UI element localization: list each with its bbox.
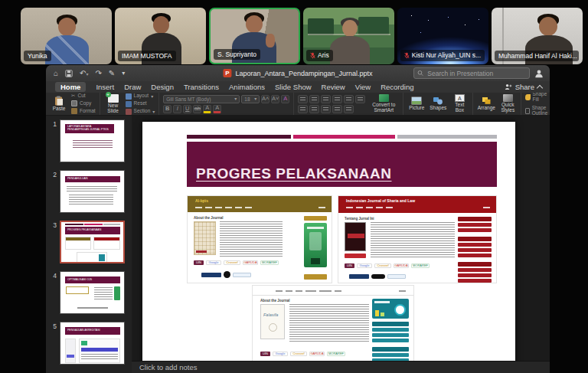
align-left-button[interactable] [298, 105, 308, 113]
slide-thumbnail-5[interactable]: PENGAJUAN AKREDITASI [60, 322, 125, 365]
clear-formatting-button[interactable]: A [281, 95, 289, 103]
new-slide-label: New Slide [104, 103, 122, 114]
tab-design[interactable]: Design [151, 83, 174, 91]
increase-indent-button[interactable] [332, 95, 342, 103]
indexing-logos-2 [349, 274, 406, 279]
screenshot-sharia-law-journal[interactable]: Indonesian Journal of Sharia and Law Ten… [338, 195, 497, 283]
thumbnail-row-3: 3 PROGRES PELAKSANAAN [46, 221, 132, 263]
indexing-logos-2 [201, 271, 251, 278]
slide-thumbnail-2[interactable]: PENDAHULUAN [60, 170, 125, 213]
thumb-title: LAPORAN ANTARA PENDAMPINGAN JURNAL PTKIS [67, 126, 112, 132]
picture-button[interactable]: Picture [407, 97, 426, 111]
tab-home[interactable]: Home [55, 82, 86, 93]
new-slide-button[interactable]: + New Slide [104, 94, 122, 114]
slide-thumbnail-3-selected[interactable]: PROGRES PELAKSANAAN [60, 221, 125, 263]
convert-smartart-button[interactable]: Convert to SmartArt [368, 94, 399, 113]
numbering-button[interactable] [309, 95, 319, 103]
text-direction-button[interactable] [355, 95, 365, 103]
save-icon[interactable] [65, 70, 73, 77]
home-icon[interactable]: ⌂ [54, 70, 58, 77]
tab-draw[interactable]: Draw [124, 83, 141, 91]
align-right-button[interactable] [321, 105, 331, 113]
search-box[interactable] [413, 67, 530, 79]
tab-view[interactable]: View [355, 83, 371, 91]
current-slide[interactable]: PROGRES PELAKSANAAN Al-Iqtis About the J… [142, 122, 515, 373]
decrease-font-button[interactable]: A˅ [271, 95, 279, 103]
quick-styles-button[interactable]: Quick Styles [498, 94, 517, 113]
reset-icon [126, 101, 132, 107]
tab-recording[interactable]: Recording [381, 83, 413, 91]
sinta-logo [224, 271, 230, 278]
format-painter-button[interactable]: Format [71, 108, 96, 114]
shape-fill-button[interactable]: Shape Fill▾ [525, 92, 550, 102]
redo-icon[interactable]: ↷ [95, 70, 101, 77]
sinta-logo [371, 274, 385, 279]
section-button[interactable]: Section▾ [126, 109, 155, 115]
video-tile-aris[interactable]: Aris [303, 8, 394, 64]
video-tile-s-supriyanto[interactable]: S. Supriyanto [209, 8, 300, 64]
share-button[interactable]: Share [505, 83, 542, 91]
justify-button[interactable] [332, 105, 342, 113]
participant-figure [58, 18, 76, 36]
video-tile-kisti[interactable]: Kisti Nur Aliyah_UIN s... [397, 8, 488, 64]
ribbon-tabs: Home Insert Draw Design Transitions Anim… [46, 81, 550, 93]
reset-button[interactable]: Reset [126, 101, 155, 107]
shape-outline-button[interactable]: Shape Outline▾ [525, 106, 550, 116]
text-box-button[interactable]: A Text Box [450, 94, 469, 113]
highlight-color-button[interactable]: A [203, 105, 211, 113]
align-center-button[interactable] [309, 105, 319, 113]
tab-insert[interactable]: Insert [96, 83, 114, 91]
sidebar-poster [304, 223, 327, 267]
decrease-indent-button[interactable] [321, 95, 331, 103]
screen: Yunika IMAM MUSTOFA S. Supriyanto [0, 0, 588, 373]
slide-canvas: PROGRES PELAKSANAAN Al-Iqtis About the J… [132, 116, 550, 373]
slide-thumbnail-1[interactable]: LAPORAN ANTARA PENDAMPINGAN JURNAL PTKIS [60, 119, 125, 162]
cut-icon: ✂ [71, 93, 75, 99]
cut-button[interactable]: ✂Cut [71, 93, 96, 99]
bold-button[interactable]: B [163, 105, 172, 113]
screenshot-al-iqtis[interactable]: Al-Iqtis About the Journal [187, 195, 332, 283]
video-tile-yunika[interactable]: Yunika [21, 8, 112, 64]
tab-review[interactable]: Review [322, 83, 345, 91]
video-tile-imam-mustofa[interactable]: IMAM MUSTOFA [115, 8, 206, 64]
text-box-icon: A [455, 94, 465, 102]
paste-button[interactable]: Paste [50, 96, 68, 112]
font-size-select[interactable]: 18▾ [241, 95, 260, 103]
columns-button[interactable] [344, 105, 354, 113]
video-tile-hanif[interactable]: Muhammad Hanif Al Haki... [492, 8, 583, 64]
slide-thumbnail-4[interactable]: OPTIMALISASI OJS [60, 271, 125, 314]
qat-more-icon[interactable]: ▾ [122, 70, 125, 77]
participant-name: Kisti Nur Aliyah_UIN s... [400, 50, 485, 61]
copy-button[interactable]: Copy [71, 100, 96, 106]
site-name: Indonesian Journal of Sharia and Law [346, 198, 415, 203]
document-title: P Laporan_Antara_Pendampingan_Jurnal.ppt… [223, 69, 372, 77]
shapes-button[interactable]: Shapes [429, 97, 447, 111]
layout-button[interactable]: Layout▾ [126, 93, 155, 100]
line-spacing-button[interactable] [344, 95, 354, 103]
body-text [220, 221, 283, 257]
increase-font-button[interactable]: A˄ [261, 95, 270, 103]
font-color-button[interactable]: A [213, 105, 221, 113]
slide-title-box[interactable]: PROGRES PELAKSANAAN [187, 142, 497, 187]
notes-pane[interactable]: Click to add notes [132, 361, 550, 373]
search-input[interactable] [426, 69, 526, 78]
font-name-select[interactable]: Gill Sans MT (Body)▾ [163, 95, 240, 103]
strikethrough-button[interactable]: ab [193, 105, 201, 113]
screenshot-falasifa[interactable]: About the Journal Falasifa [252, 285, 414, 365]
smartart-icon [379, 94, 389, 102]
slide-title-text: PROGRES PELAKSANAAN [196, 165, 391, 182]
account-icon[interactable] [534, 69, 544, 78]
dimensions-logo [201, 273, 221, 277]
participant-hand [266, 34, 275, 47]
arrange-button[interactable]: Arrange [477, 97, 495, 111]
site-nav [276, 290, 341, 292]
tab-slide-show[interactable]: Slide Show [275, 83, 312, 91]
tab-transitions[interactable]: Transitions [184, 83, 219, 91]
shape-format-group: Shape Fill▾ Shape Outline▾ [521, 93, 550, 115]
undo-icon[interactable]: ↶▾ [80, 70, 88, 77]
italic-button[interactable]: I [173, 105, 181, 113]
underline-button[interactable]: U [183, 105, 191, 113]
select-pen-icon[interactable]: ✎ [109, 70, 115, 77]
bullets-button[interactable] [298, 95, 308, 103]
tab-animations[interactable]: Animations [229, 83, 265, 91]
